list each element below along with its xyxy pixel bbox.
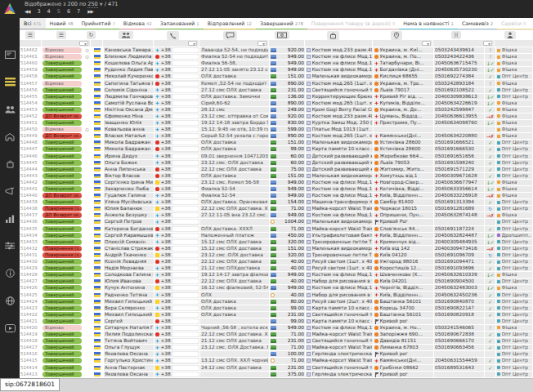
client-phone-cell[interactable]: +38 <box>155 120 199 126</box>
address-cell[interactable]: Устинівка 28600 <box>374 140 433 145</box>
product-cell[interactable]: Майка-корсет Waist Trainer *142... <box>306 358 373 363</box>
client-phone-cell[interactable]: +38 <box>155 292 199 297</box>
client-name-cell[interactable]: Катерина Богданова <box>104 226 154 232</box>
comment-cell[interactable]: Фиалка 52-54 не подходит <box>200 54 269 60</box>
address-cell[interactable]: Украина, м. Но... <box>374 325 433 331</box>
table-row[interactable]: 514414ЗавершенийАнна Пастернак+3824.12 с… <box>20 365 533 372</box>
col-comment[interactable] <box>195 31 264 40</box>
comment-cell[interactable]: Кемел ,52-54 не подходит <box>200 80 269 86</box>
client-name-cell[interactable]: Горгулько Христина.. <box>104 358 154 363</box>
client-name-cell[interactable]: Станіслав Стрижак <box>104 246 154 252</box>
client-name-cell[interactable]: Сергей Петров <box>104 219 154 225</box>
tracking-cell[interactable]: 0501691096709 <box>434 252 484 258</box>
address-cell[interactable]: Богданівка (Дні... <box>374 67 433 73</box>
table-row[interactable]: 514419ЗавершенийЛилия Подолинская+3822.1… <box>20 332 533 338</box>
client-name-cell[interactable]: Уляна Мусійовська <box>104 199 154 205</box>
tracking-cell[interactable]: 20450636677947 <box>434 180 484 185</box>
address-cell[interactable]: Украина, м. Киї... <box>374 47 433 53</box>
client-phone-cell[interactable]: +38 <box>155 305 199 311</box>
tracking-cell[interactable]: 20450631554459 <box>434 358 484 363</box>
last-page-button[interactable]: ▶▶ <box>87 9 92 14</box>
tab-Новий[interactable]: Новий48 <box>46 18 78 30</box>
table-row[interactable]: 514455ЗавершенийЛюдмила Гончарова+38ОЛХ … <box>20 94 533 100</box>
page-button-7[interactable]: 7 <box>75 8 82 15</box>
tab-Самовивіз[interactable]: Самовивіз2 <box>458 18 497 30</box>
table-row[interactable]: 514416ЗавершенийЯковлева Оксана+38100.00… <box>20 351 533 358</box>
client-phone-cell[interactable]: +38 <box>155 246 199 252</box>
tracking-cell[interactable]: 0501690840870 <box>434 299 484 305</box>
table-row[interactable]: 514449ДО Возврат ок..Власюк Наталья+38Се… <box>20 133 533 140</box>
table-row[interactable]: 514461Відмова⊙Близнюк Людмила ..+38Фиалк… <box>20 54 533 60</box>
client-phone-cell[interactable]: +38 <box>155 180 199 185</box>
product-cell[interactable]: Маленькая видеокамера SQ8 *... <box>306 74 373 79</box>
address-cell[interactable]: Львів 79053 <box>374 160 433 166</box>
page-button-6[interactable]: 6 <box>65 8 72 15</box>
client-phone-cell[interactable]: +38 <box>155 233 199 238</box>
product-cell[interactable]: Костюм на флисе Мод.1014 (1ш... <box>306 180 373 185</box>
client-name-cell[interactable]: Юлия Иванова <box>104 278 154 284</box>
address-cell[interactable]: Хомутець від.1 <box>374 173 433 179</box>
product-cell[interactable]: Костюм на флисе Мод.1014 (1ш... <box>306 285 373 291</box>
address-cell[interactable]: Корець 34700 <box>374 305 433 311</box>
client-name-cell[interactable]: Николай Кучеренко <box>104 74 154 79</box>
client-name-cell[interactable]: Захарченко Люба <box>104 186 154 192</box>
table-row[interactable]: 514453ЗавершенийНікітіна Оксана Дми..+38… <box>20 107 533 114</box>
table-row[interactable]: 514450Відмова⊙Ковальова анна+3815.12. 9:… <box>20 127 533 133</box>
product-cell[interactable]: Костюм на флисе Мод.1014 (1ш... <box>306 193 373 198</box>
client-name-cell[interactable]: Микола Бадражан <box>104 140 154 145</box>
client-name-cell[interactable]: Вера Скляренко <box>104 305 154 311</box>
comment-cell[interactable]: 15.12 смс ОЛХ доставка <box>200 239 269 245</box>
address-cell[interactable]: Кривой рог <box>374 351 433 357</box>
client-name-cell[interactable]: Сергієнко Ірина Ми.. <box>104 180 154 185</box>
tracking-cell[interactable]: 20450632483003 <box>434 285 484 291</box>
tracking-cell[interactable]: 20450632874148 <box>434 212 484 218</box>
client-phone-cell[interactable]: +38 <box>155 74 199 79</box>
table-row[interactable]: 514443ЗавершенийВіктор Власов+38ОЛХ дост… <box>20 173 533 180</box>
col-refresh[interactable]: ↻ <box>82 31 101 39</box>
client-phone-cell[interactable]: +38 <box>155 259 199 265</box>
tracking-cell[interactable]: 0501690822147 <box>434 305 484 311</box>
filter-status[interactable]: ▼ <box>42 40 90 47</box>
address-cell[interactable]: Самбір 81400 <box>374 199 433 205</box>
client-name-cell[interactable]: Андрій Ткаченко <box>104 252 154 258</box>
product-cell[interactable]: Детский развивающий констру... <box>306 154 373 159</box>
tracking-cell[interactable]: 0503242599847 <box>434 107 484 113</box>
tracking-cell[interactable] <box>434 372 484 377</box>
client-name-cell[interactable]: Єфименко Ніна <box>104 114 154 119</box>
tracking-cell[interactable]: 0503242893184 <box>434 80 484 86</box>
address-cell[interactable]: Кривой рог <box>374 372 433 377</box>
table-row[interactable]: 514415ЗавершенийГоргулько Христина..+381… <box>20 358 533 364</box>
table-row[interactable]: 514447ЗавершенийМикола Бадражан+38ОЛХ до… <box>20 146 533 153</box>
client-phone-cell[interactable]: +38 <box>155 160 199 166</box>
client-phone-cell[interactable]: +38 <box>155 54 199 60</box>
address-cell[interactable]: Камянське(Дні... <box>374 358 433 363</box>
tracking-cell[interactable]: 20450636715475 <box>434 60 484 66</box>
comment-cell[interactable]: ОЛХ доставка. ХХХЛ <box>200 226 269 232</box>
table-row[interactable]: 514456ЗавершенийСоломія Сідоніна+3827.12… <box>20 87 533 94</box>
address-cell[interactable]: Баштанка 56101 <box>374 312 433 318</box>
address-cell[interactable]: Київ, Відділенн... <box>374 292 433 297</box>
comment-filter-dropdown[interactable]: ▼ <box>258 41 266 46</box>
tracking-cell[interactable]: 20450632824487 <box>434 233 484 238</box>
tracking-cell[interactable]: 0501691281689 <box>434 206 484 212</box>
client-name-cell[interactable]: Сапегина Татьяна С.. <box>104 80 154 86</box>
tab-Завершений[interactable]: Завершений278 <box>256 18 307 30</box>
product-cell[interactable]: Карта памяти 10 класс - 32Гб *1... <box>306 318 373 324</box>
client-phone-cell[interactable]: +38 <box>155 114 199 119</box>
comment-cell[interactable]: 23.12 смс. Кемел 56-58 <box>200 180 269 185</box>
product-cell[interactable]: Костюм мод.233 разм.48-58 (1... <box>306 114 373 119</box>
table-row[interactable]: 514462Відмова⊙Каневська Тамара ..+38Лава… <box>20 47 533 54</box>
table-row[interactable]: 514442ЗавершенийСергієнко Ірина Ми..+382… <box>20 180 533 186</box>
comment-cell[interactable]: 23.12 смс. ОЛХ доставка <box>200 160 269 166</box>
address-cell[interactable]: Давидів 81151 <box>374 338 433 344</box>
filter-address[interactable]: ▼ <box>373 40 432 47</box>
tracking-cell[interactable]: 0501689531643 <box>434 365 484 371</box>
product-cell[interactable]: Костюм на флисе Мод.1014 (1ш... <box>306 67 373 73</box>
tab-Повернення товару (в дорозі)[interactable]: Повернення товару (в дорозі)0 <box>307 18 399 30</box>
comment-cell[interactable]: Фиалка 52-54 <box>200 193 269 198</box>
tracking-cell[interactable]: 0501690820918 <box>434 312 484 318</box>
product-cell[interactable]: Костюм на флисе Мод.1014 (1ш... <box>306 325 373 331</box>
comment-cell[interactable]: ОЛХ доставка. Оранжевая <box>200 199 269 205</box>
comment-cell[interactable]: 19.12 14-18 завтра Бордо 56-58 <box>200 120 269 126</box>
comment-cell[interactable]: 24.12 смс ОЛХ доставка <box>200 365 269 371</box>
